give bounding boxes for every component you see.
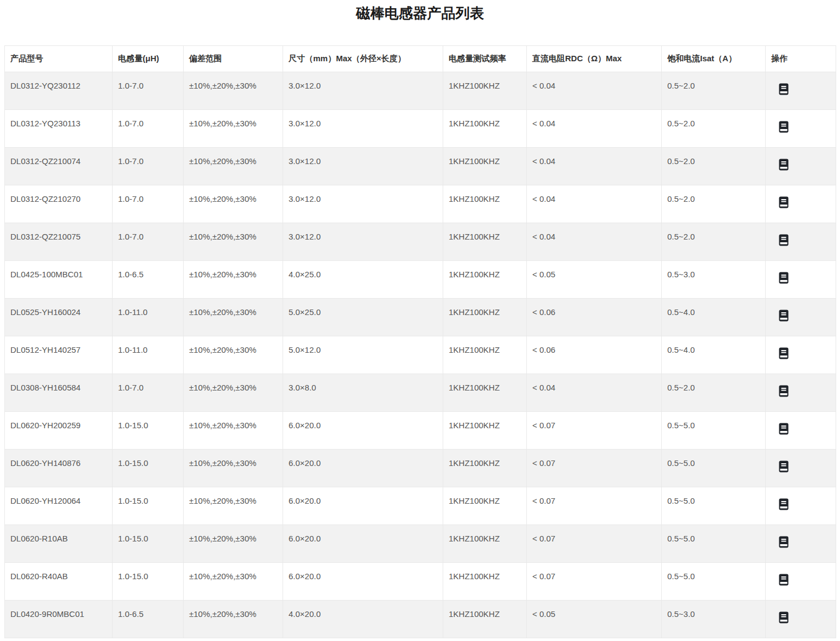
cell-model: DL0312-QZ210270 bbox=[5, 185, 113, 223]
cell-model: DL0620-R10AB bbox=[5, 525, 113, 563]
table-row: DL0312-YQ230113 1.0-7.0 ±10%,±20%,±30% 3… bbox=[5, 110, 836, 148]
view-detail-button[interactable] bbox=[779, 536, 789, 548]
cell-rdc: < 0.07 bbox=[527, 412, 662, 450]
document-icon bbox=[779, 428, 789, 436]
cell-isat: 0.5~5.0 bbox=[662, 450, 766, 487]
cell-isat: 0.5~5.0 bbox=[662, 412, 766, 450]
cell-tolerance: ±10%,±20%,±30% bbox=[184, 412, 283, 450]
document-icon bbox=[779, 89, 789, 97]
cell-inductance: 1.0-15.0 bbox=[113, 412, 184, 450]
cell-size: 4.0×20.0 bbox=[283, 601, 443, 638]
cell-tolerance: ±10%,±20%,±30% bbox=[184, 336, 283, 374]
cell-frequency: 1KHZ100KHZ bbox=[443, 525, 527, 563]
cell-frequency: 1KHZ100KHZ bbox=[443, 185, 527, 223]
document-icon bbox=[779, 466, 789, 474]
cell-isat: 0.5~2.0 bbox=[662, 374, 766, 412]
cell-action bbox=[766, 185, 836, 223]
cell-model: DL0308-YH160584 bbox=[5, 374, 113, 412]
cell-tolerance: ±10%,±20%,±30% bbox=[184, 110, 283, 148]
cell-isat: 0.5~2.0 bbox=[662, 72, 766, 110]
cell-size: 6.0×20.0 bbox=[283, 563, 443, 601]
cell-model: DL0312-YQ230113 bbox=[5, 110, 113, 148]
cell-isat: 0.5~5.0 bbox=[662, 487, 766, 525]
cell-size: 3.0×8.0 bbox=[283, 374, 443, 412]
table-header-row: 产品型号电感量(μH)偏差范围尺寸（mm）Max（外径×长度）电感量测试频率直流… bbox=[5, 46, 836, 72]
view-detail-button[interactable] bbox=[779, 83, 789, 95]
cell-frequency: 1KHZ100KHZ bbox=[443, 563, 527, 601]
view-detail-button[interactable] bbox=[779, 234, 789, 246]
cell-inductance: 1.0-6.5 bbox=[113, 261, 184, 299]
cell-isat: 0.5~2.0 bbox=[662, 148, 766, 185]
table-row: DL0312-YQ230112 1.0-7.0 ±10%,±20%,±30% 3… bbox=[5, 72, 836, 110]
cell-action bbox=[766, 110, 836, 148]
cell-model: DL0620-YH140876 bbox=[5, 450, 113, 487]
table-row: DL0420-9R0MBC01 1.0-6.5 ±10%,±20%,±30% 4… bbox=[5, 601, 836, 638]
cell-size: 6.0×20.0 bbox=[283, 525, 443, 563]
cell-size: 4.0×25.0 bbox=[283, 261, 443, 299]
document-icon bbox=[779, 164, 789, 172]
document-icon bbox=[779, 202, 789, 210]
view-detail-button[interactable] bbox=[779, 461, 789, 473]
cell-size: 6.0×20.0 bbox=[283, 487, 443, 525]
cell-model: DL0312-YQ230112 bbox=[5, 72, 113, 110]
cell-tolerance: ±10%,±20%,±30% bbox=[184, 487, 283, 525]
cell-size: 3.0×12.0 bbox=[283, 148, 443, 185]
view-detail-button[interactable] bbox=[779, 423, 789, 435]
table-row: DL0512-YH140257 1.0-11.0 ±10%,±20%,±30% … bbox=[5, 336, 836, 374]
col-header-frequency: 电感量测试频率 bbox=[443, 46, 527, 72]
cell-inductance: 1.0-15.0 bbox=[113, 525, 184, 563]
cell-isat: 0.5~3.0 bbox=[662, 601, 766, 638]
view-detail-button[interactable] bbox=[779, 196, 789, 208]
cell-action bbox=[766, 72, 836, 110]
table-row: DL0620-YH200259 1.0-15.0 ±10%,±20%,±30% … bbox=[5, 412, 836, 450]
view-detail-button[interactable] bbox=[779, 574, 789, 586]
cell-size: 5.0×12.0 bbox=[283, 336, 443, 374]
view-detail-button[interactable] bbox=[779, 611, 789, 623]
cell-inductance: 1.0-11.0 bbox=[113, 336, 184, 374]
cell-inductance: 1.0-7.0 bbox=[113, 185, 184, 223]
table-row: DL0620-YH120064 1.0-15.0 ±10%,±20%,±30% … bbox=[5, 487, 836, 525]
cell-frequency: 1KHZ100KHZ bbox=[443, 299, 527, 336]
cell-inductance: 1.0-15.0 bbox=[113, 487, 184, 525]
cell-rdc: < 0.06 bbox=[527, 299, 662, 336]
cell-frequency: 1KHZ100KHZ bbox=[443, 450, 527, 487]
view-detail-button[interactable] bbox=[779, 121, 789, 133]
cell-tolerance: ±10%,±20%,±30% bbox=[184, 374, 283, 412]
col-header-model: 产品型号 bbox=[5, 46, 113, 72]
view-detail-button[interactable] bbox=[779, 310, 789, 322]
cell-model: DL0620-R40AB bbox=[5, 563, 113, 601]
view-detail-button[interactable] bbox=[779, 272, 789, 284]
cell-frequency: 1KHZ100KHZ bbox=[443, 374, 527, 412]
col-header-isat: 饱和电流Isat（A） bbox=[662, 46, 766, 72]
document-icon bbox=[779, 579, 789, 587]
col-header-size: 尺寸（mm）Max（外径×长度） bbox=[283, 46, 443, 72]
cell-inductance: 1.0-7.0 bbox=[113, 374, 184, 412]
cell-action bbox=[766, 336, 836, 374]
view-detail-button[interactable] bbox=[779, 347, 789, 359]
view-detail-button[interactable] bbox=[779, 159, 789, 171]
cell-rdc: < 0.04 bbox=[527, 223, 662, 261]
cell-inductance: 1.0-6.5 bbox=[113, 601, 184, 638]
cell-size: 6.0×20.0 bbox=[283, 412, 443, 450]
cell-action bbox=[766, 412, 836, 450]
page-title: 磁棒电感器产品列表 bbox=[356, 4, 484, 22]
cell-size: 5.0×25.0 bbox=[283, 299, 443, 336]
cell-action bbox=[766, 601, 836, 638]
cell-rdc: < 0.07 bbox=[527, 563, 662, 601]
cell-frequency: 1KHZ100KHZ bbox=[443, 148, 527, 185]
cell-rdc: < 0.07 bbox=[527, 525, 662, 563]
table-body: DL0312-YQ230112 1.0-7.0 ±10%,±20%,±30% 3… bbox=[5, 72, 836, 638]
document-icon bbox=[779, 391, 789, 399]
document-icon bbox=[779, 315, 789, 323]
document-icon bbox=[779, 353, 789, 361]
cell-rdc: < 0.04 bbox=[527, 148, 662, 185]
cell-action bbox=[766, 563, 836, 601]
document-icon bbox=[779, 541, 789, 550]
cell-isat: 0.5~5.0 bbox=[662, 525, 766, 563]
view-detail-button[interactable] bbox=[779, 385, 789, 397]
cell-action bbox=[766, 299, 836, 336]
cell-isat: 0.5~4.0 bbox=[662, 299, 766, 336]
cell-frequency: 1KHZ100KHZ bbox=[443, 261, 527, 299]
cell-size: 6.0×20.0 bbox=[283, 450, 443, 487]
view-detail-button[interactable] bbox=[779, 498, 789, 510]
